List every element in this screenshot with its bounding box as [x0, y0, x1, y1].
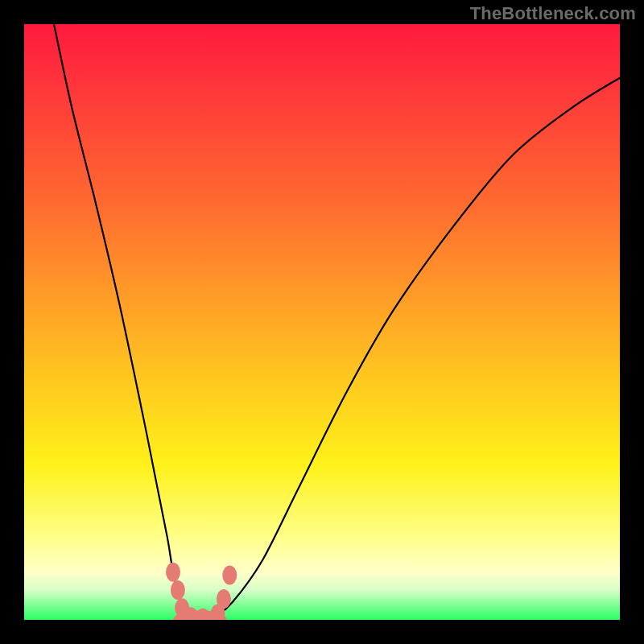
chart-frame: TheBottleneck.com [0, 0, 644, 644]
data-marker [196, 609, 210, 620]
data-marker [222, 566, 237, 585]
bottleneck-curve [54, 24, 620, 620]
data-marker [217, 589, 231, 609]
watermark-text: TheBottleneck.com [470, 3, 636, 24]
plot-area [24, 24, 620, 620]
chart-overlay [24, 24, 620, 620]
data-marker [166, 563, 180, 582]
data-marker [171, 580, 185, 600]
marker-group [166, 563, 237, 620]
